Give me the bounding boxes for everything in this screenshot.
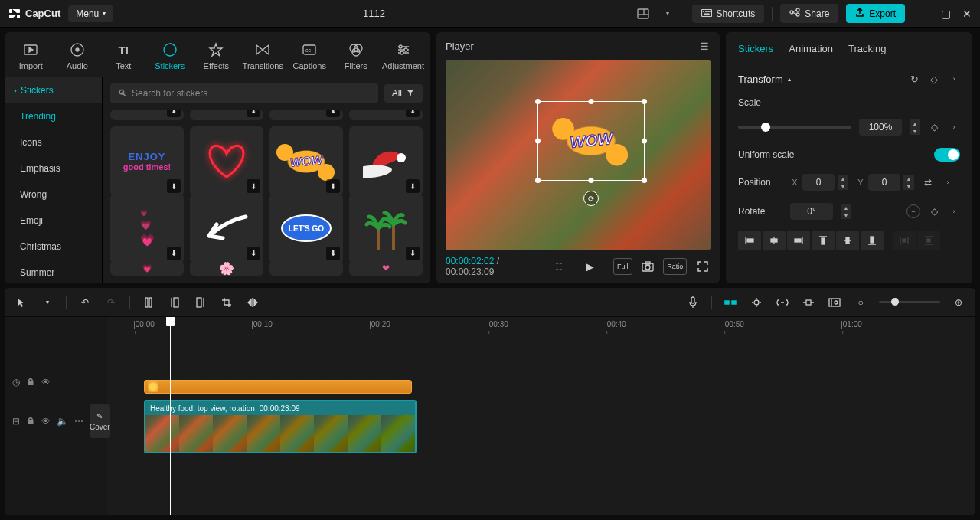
keyframe-next-icon[interactable]: › — [942, 176, 954, 188]
sticker-item-wow[interactable]: WOW⬇ — [270, 126, 343, 196]
prop-tab-tracking[interactable]: Tracking — [848, 43, 886, 54]
resize-handle[interactable] — [642, 99, 647, 104]
lock-icon[interactable]: 🔒︎ — [26, 377, 35, 388]
sticker-item[interactable]: ⬇ — [110, 110, 184, 120]
rotate-handle[interactable]: ⟳ — [583, 191, 599, 206]
sticker-item-arrow[interactable]: ⬇ — [190, 194, 263, 263]
timeline-ruler[interactable]: |00:00 |00:10 |00:20 |00:30 |00:40 |00:5… — [107, 317, 975, 335]
tab-stickers[interactable]: Stickers — [149, 37, 192, 77]
resize-handle[interactable] — [535, 178, 541, 183]
sticker-item-hearts-trail[interactable]: 💗💗💗⬇ — [110, 194, 184, 263]
tab-import[interactable]: Import — [9, 37, 53, 77]
share-button[interactable]: Share — [780, 4, 838, 23]
sticker-item-santa-hat[interactable]: ⬇ — [349, 126, 423, 196]
compare-icon[interactable]: ☷ — [551, 258, 567, 275]
category-item-icons[interactable]: Icons — [5, 129, 102, 155]
play-button[interactable]: ▶ — [582, 258, 598, 275]
search-input[interactable]: 🔍︎ Search for stickers — [110, 83, 378, 103]
uniform-scale-toggle[interactable] — [934, 148, 960, 162]
split-tool[interactable] — [141, 295, 156, 310]
playhead[interactable] — [170, 317, 171, 515]
mirror-tool[interactable] — [245, 295, 260, 310]
download-icon[interactable]: ⬇ — [326, 179, 340, 193]
snapshot-icon[interactable] — [640, 258, 656, 275]
rotate-dial-icon[interactable]: − — [906, 204, 920, 218]
sticker-item[interactable]: ⬇ — [190, 110, 263, 120]
sticker-item[interactable]: ⬇ — [270, 110, 343, 120]
category-item-emphasis[interactable]: Emphasis — [5, 155, 102, 182]
video-clip[interactable]: Healthy food, top view, rotation 00:00:2… — [144, 400, 416, 453]
undo-button[interactable]: ↶ — [77, 295, 93, 310]
category-item-summer[interactable]: Summer — [5, 260, 102, 283]
download-icon[interactable]: ⬇ — [406, 110, 420, 117]
track-options-icon[interactable] — [827, 295, 842, 310]
resize-handle[interactable] — [589, 99, 594, 104]
category-item-wrong[interactable]: Wrong — [5, 182, 102, 208]
select-tool[interactable] — [14, 295, 29, 310]
download-icon[interactable]: ⬇ — [167, 110, 181, 117]
resize-handle[interactable] — [535, 99, 541, 104]
layout-icon[interactable] — [635, 5, 652, 22]
shortcuts-button[interactable]: Shortcuts — [692, 5, 765, 23]
sticker-item-palm[interactable]: ⬇ — [349, 194, 423, 263]
align-center-v-button[interactable] — [836, 231, 859, 250]
tab-filters[interactable]: Filters — [334, 37, 377, 77]
clock-icon[interactable]: ◷ — [12, 377, 20, 388]
menu-button[interactable]: Menu ▾ — [68, 5, 113, 22]
tab-transitions[interactable]: Transitions — [241, 37, 285, 77]
player-menu-icon[interactable]: ☰ — [698, 40, 710, 52]
slider-thumb[interactable] — [761, 123, 770, 132]
resize-handle[interactable] — [589, 178, 594, 183]
magnet-icon[interactable] — [723, 295, 738, 310]
zoom-in-icon[interactable]: ⊕ — [951, 295, 966, 310]
keyframe-icon[interactable]: ◇ — [928, 205, 940, 217]
scale-stepper[interactable]: ▲▼ — [910, 119, 920, 135]
chevron-down-icon[interactable]: ▾ — [659, 5, 676, 22]
sticker-clip[interactable] — [144, 380, 412, 394]
crop-tool[interactable] — [219, 295, 234, 310]
download-icon[interactable]: ⬇ — [247, 110, 260, 117]
full-button[interactable]: Full — [613, 258, 632, 275]
x-stepper[interactable]: ▲▼ — [838, 175, 848, 190]
download-icon[interactable]: ⬇ — [247, 247, 260, 260]
lock-icon[interactable]: 🔒︎ — [26, 416, 35, 427]
prop-tab-animation[interactable]: Animation — [789, 43, 833, 54]
collapse-icon[interactable]: ⊟ — [12, 416, 20, 427]
selection-box[interactable]: WOW ⟳ — [537, 101, 645, 181]
link-icon[interactable]: ⇄ — [922, 176, 934, 188]
align-top-button[interactable] — [812, 231, 835, 250]
align-left-button[interactable] — [738, 231, 761, 250]
prop-tab-stickers[interactable]: Stickers — [738, 43, 773, 54]
sticker-item-letsgo[interactable]: LET'S GO⬇ — [270, 194, 343, 263]
zoom-out-icon[interactable]: ○ — [853, 295, 868, 310]
fullscreen-icon[interactable] — [694, 258, 710, 275]
select-dropdown[interactable]: ▾ — [40, 295, 55, 310]
tracks-area[interactable]: |00:00 |00:10 |00:20 |00:30 |00:40 |00:5… — [107, 317, 975, 515]
category-item-trending[interactable]: Trending — [5, 103, 102, 129]
align-right-button[interactable] — [787, 231, 810, 250]
mic-icon[interactable] — [685, 295, 701, 310]
download-icon[interactable]: ⬇ — [326, 110, 340, 117]
sticker-item-flower[interactable]: 🌸 — [190, 260, 263, 276]
sticker-item-hearts-trail[interactable]: 💗 — [110, 260, 184, 276]
rotate-stepper[interactable]: ▲▼ — [841, 204, 851, 219]
keyframe-next-icon[interactable]: › — [948, 73, 960, 85]
more-icon[interactable]: ⋯ — [74, 416, 83, 427]
resize-handle[interactable] — [535, 139, 541, 144]
download-icon[interactable]: ⬇ — [326, 247, 340, 260]
zoom-thumb[interactable] — [891, 298, 899, 306]
linked-selection-icon[interactable] — [749, 295, 764, 310]
close-button[interactable]: ✕ — [962, 8, 972, 19]
category-item-emoji[interactable]: Emoji — [5, 208, 102, 234]
filter-button[interactable]: All — [384, 84, 423, 103]
ratio-button[interactable]: Ratio — [663, 258, 687, 275]
tab-captions[interactable]: ccCaptions — [288, 37, 332, 77]
tab-audio[interactable]: Audio — [56, 37, 100, 77]
trim-right-tool[interactable] — [193, 295, 208, 310]
download-icon[interactable]: ⬇ — [167, 179, 181, 193]
download-icon[interactable]: ⬇ — [406, 247, 420, 260]
sticker-item[interactable]: ⬇ — [349, 110, 423, 120]
zoom-slider[interactable] — [879, 301, 940, 303]
tab-effects[interactable]: Effects — [194, 37, 238, 77]
position-y-input[interactable] — [868, 174, 900, 191]
